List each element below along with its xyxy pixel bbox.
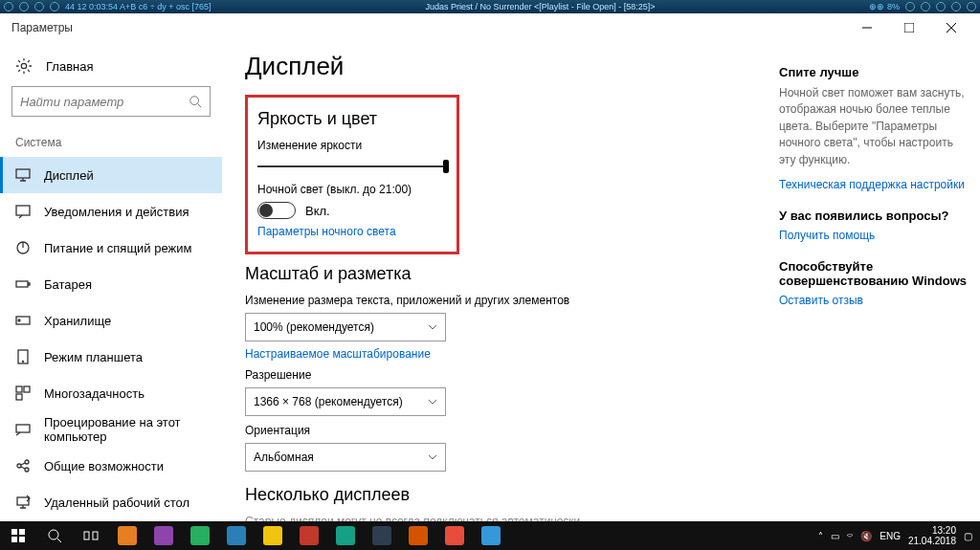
tablet-icon	[15, 349, 31, 364]
wa-track-title: Judas Priest / No Surrender <[Playlist -…	[217, 2, 864, 11]
wa-control-icon[interactable]	[905, 2, 915, 11]
help-link[interactable]: Получить помощь	[779, 229, 970, 242]
wa-control-icon[interactable]	[4, 2, 13, 11]
wa-control-icon[interactable]	[936, 2, 946, 11]
projecting-icon	[15, 422, 31, 437]
system-tray: ˄ ▭ ⌔ 🔇 ENG 13:20 21.04.2018 ▢	[818, 525, 980, 546]
svg-rect-0	[904, 23, 914, 33]
sidebar-item-projecting[interactable]: Проецирование на этот компьютер	[0, 411, 222, 448]
nightlight-label: Ночной свет (выкл. до 21:00)	[257, 183, 447, 196]
svg-rect-3	[16, 169, 30, 178]
svg-rect-12	[24, 386, 30, 392]
svg-rect-22	[11, 537, 17, 542]
sidebar-item-display[interactable]: Дисплей	[0, 157, 222, 193]
battery-icon	[15, 276, 31, 292]
sidebar-item-label: Батарея	[44, 277, 92, 292]
support-link[interactable]: Техническая поддержка настройки	[779, 178, 970, 191]
nightlight-toggle[interactable]	[257, 202, 296, 219]
wa-info: 44 12 0:03:54 A+B c6 ÷ dy + osc [765]	[65, 2, 212, 11]
sidebar-item-label: Многозадачность	[44, 386, 145, 401]
remote-icon	[15, 495, 31, 510]
section-heading-brightness: Яркость и цвет	[257, 109, 447, 129]
tray-lang[interactable]: ENG	[880, 531, 901, 541]
svg-point-8	[18, 319, 20, 321]
tray-chevron-icon[interactable]: ˄	[818, 531, 823, 541]
tips-panel: Спите лучше Ночной свет поможет вам засн…	[779, 42, 980, 521]
tray-notifications-icon[interactable]: ▢	[964, 531, 972, 541]
search-field[interactable]	[20, 95, 189, 109]
svg-rect-11	[16, 386, 22, 392]
sidebar-item-battery[interactable]: Батарея	[0, 266, 222, 302]
resolution-dropdown[interactable]: 1366 × 768 (рекомендуется)	[245, 387, 446, 416]
wa-control-icon[interactable]	[34, 2, 44, 11]
start-button[interactable]	[0, 521, 36, 550]
tray-date: 21.04.2018	[908, 536, 956, 546]
maximize-button[interactable]	[888, 14, 930, 41]
sidebar-item-label: Уведомления и действия	[44, 205, 189, 219]
wa-control-icon[interactable]	[50, 2, 59, 11]
sidebar-item-label: Проецирование на этот компьютер	[44, 415, 207, 444]
toggle-knob	[259, 204, 273, 217]
taskbar-app[interactable]	[145, 521, 182, 550]
home-button[interactable]: Главная	[0, 54, 222, 86]
brightness-slider[interactable]	[257, 158, 449, 175]
minimize-button[interactable]	[846, 14, 888, 41]
feedback-link[interactable]: Оставить отзыв	[779, 294, 970, 307]
search-icon	[189, 95, 202, 108]
dropdown-value: Альбомная	[254, 451, 314, 464]
slider-thumb[interactable]	[443, 160, 449, 173]
taskbar-app[interactable]	[182, 521, 218, 550]
svg-rect-4	[16, 206, 30, 215]
wa-control-icon[interactable]	[951, 2, 961, 11]
wa-control-icon[interactable]	[19, 2, 29, 11]
tray-wifi-icon[interactable]: ⌔	[847, 531, 853, 541]
svg-rect-26	[93, 532, 98, 539]
section-heading-multi: Несколько дисплеев	[245, 485, 756, 505]
tray-battery-icon[interactable]: ▭	[831, 531, 839, 541]
chevron-down-icon	[428, 322, 437, 332]
sidebar-item-power[interactable]: Питание и спящий режим	[0, 230, 222, 266]
custom-scaling-link[interactable]: Настраиваемое масштабирование	[245, 347, 756, 361]
taskbar-app[interactable]	[436, 521, 473, 550]
monitor-icon	[15, 167, 31, 183]
svg-point-24	[49, 530, 58, 539]
taskbar-app[interactable]	[364, 521, 400, 550]
sidebar-item-multitask[interactable]: Многозадачность	[0, 375, 222, 411]
search-input[interactable]	[11, 86, 211, 117]
taskbar-app[interactable]	[400, 521, 436, 550]
toggle-state-text: Вкл.	[305, 204, 330, 218]
section-heading-scale: Масштаб и разметка	[245, 264, 756, 284]
scale-dropdown[interactable]: 100% (рекомендуется)	[245, 313, 446, 341]
tray-volume-icon[interactable]: 🔇	[860, 531, 872, 541]
taskbar-app[interactable]	[473, 521, 509, 550]
chevron-down-icon	[428, 452, 437, 462]
taskbar: ˄ ▭ ⌔ 🔇 ENG 13:20 21.04.2018 ▢	[0, 521, 980, 550]
taskbar-app[interactable]	[109, 521, 145, 550]
sidebar-item-remote[interactable]: Удаленный рабочий стол	[0, 484, 222, 520]
taskbar-app[interactable]	[218, 521, 255, 550]
dropdown-value: 100% (рекомендуется)	[254, 320, 374, 334]
storage-icon	[15, 313, 31, 328]
sidebar-item-label: Удаленный рабочий стол	[44, 495, 189, 510]
taskbar-app[interactable]	[327, 521, 364, 550]
chat-icon	[15, 204, 31, 219]
wa-control-icon[interactable]	[921, 2, 930, 11]
wa-control-icon[interactable]	[967, 2, 976, 11]
search-button[interactable]	[36, 521, 73, 550]
orientation-dropdown[interactable]: Альбомная	[245, 443, 446, 472]
sidebar-item-tablet[interactable]: Режим планшета	[0, 339, 222, 375]
svg-rect-6	[16, 281, 28, 287]
sidebar-item-shared[interactable]: Общие возможности	[0, 448, 222, 484]
tips-heading-improve: Способствуйте совершенствованию Windows	[779, 259, 970, 288]
taskview-button[interactable]	[73, 521, 109, 550]
taskbar-app[interactable]	[291, 521, 327, 550]
taskbar-app[interactable]	[255, 521, 291, 550]
tray-clock[interactable]: 13:20 21.04.2018	[908, 525, 956, 546]
nightlight-settings-link[interactable]: Параметры ночного света	[257, 225, 447, 238]
sidebar-item-storage[interactable]: Хранилище	[0, 302, 222, 339]
sidebar-item-notifications[interactable]: Уведомления и действия	[0, 193, 222, 230]
sidebar-item-label: Хранилище	[44, 314, 111, 328]
close-button[interactable]	[930, 14, 972, 41]
svg-rect-21	[19, 529, 25, 535]
sidebar-item-label: Режим планшета	[44, 350, 143, 364]
